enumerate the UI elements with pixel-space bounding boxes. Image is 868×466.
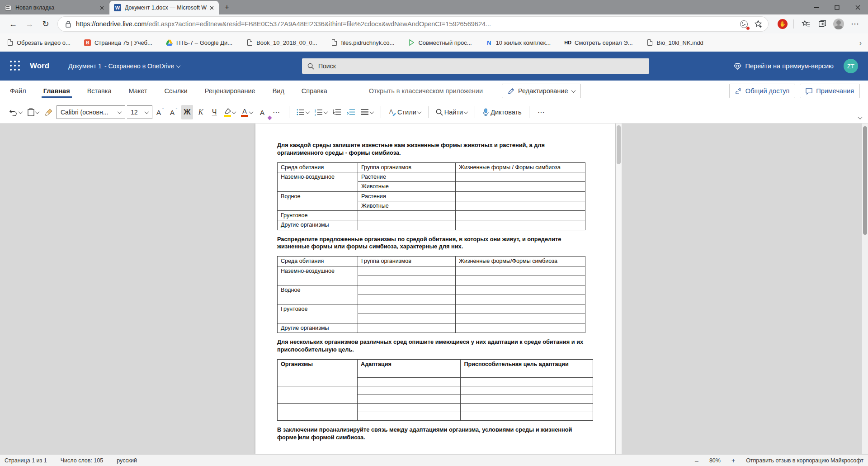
tab-file[interactable]: Файл <box>8 82 28 100</box>
bookmark-item[interactable]: B Страница 75 | Учеб... <box>84 39 152 46</box>
share-button[interactable]: Общий доступ <box>729 84 795 98</box>
decrease-indent-button[interactable] <box>331 105 343 119</box>
bookmark-item[interactable]: Bio_10kl_NK.indd <box>646 39 703 46</box>
tab-layout[interactable]: Макет <box>127 82 149 100</box>
font-name-select[interactable]: Calibri (основн... <box>57 105 125 119</box>
tab-review[interactable]: Рецензирование <box>203 82 257 100</box>
adaptation-table[interactable]: Организмы Адаптация Приспособительная це… <box>277 359 593 421</box>
table-cell[interactable] <box>461 369 593 377</box>
collections-icon[interactable] <box>816 17 829 31</box>
bookmark-item[interactable]: Book_10_2018_00_0... <box>246 39 317 46</box>
zoom-out-button[interactable]: – <box>693 457 700 464</box>
adblock-extension-icon[interactable]: ✋ <box>777 19 788 29</box>
document-scrollbar[interactable] <box>616 124 622 454</box>
table-cell[interactable] <box>456 172 585 182</box>
table-cell[interactable] <box>358 412 461 420</box>
increase-indent-button[interactable] <box>345 105 357 119</box>
premium-upgrade-link[interactable]: Перейти на премиум-версию <box>734 62 834 70</box>
table-header-cell[interactable]: Группа организмов <box>358 257 456 266</box>
table-cell[interactable] <box>358 220 456 230</box>
minimize-button[interactable] <box>806 0 826 14</box>
doc-paragraph-1[interactable]: Для каждой среды запишите известные вам … <box>277 142 589 157</box>
add-favorite-star-icon[interactable] <box>753 19 764 29</box>
table-cell[interactable]: Растение <box>358 172 456 182</box>
table-cell[interactable]: Животные <box>358 182 456 191</box>
tab-new-tab[interactable]: Новая вкладка <box>0 1 109 14</box>
tab-close-icon[interactable] <box>208 4 215 11</box>
table-cell[interactable] <box>358 377 461 386</box>
doc-paragraph-3[interactable]: Для нескольких организмов различных сред… <box>277 338 589 354</box>
feedback-link[interactable]: Отправить отзыв в корпорацию Майкрософт <box>746 457 863 464</box>
table-header-cell[interactable]: Среда обитания <box>278 162 358 172</box>
table-cell[interactable] <box>456 266 585 276</box>
table-cell[interactable] <box>358 285 456 295</box>
profile-avatar-icon[interactable] <box>832 17 845 31</box>
cookie-blocked-icon[interactable] <box>738 19 749 29</box>
table-cell[interactable]: Наземно-воздушное <box>278 266 358 285</box>
reload-icon[interactable]: ↻ <box>39 17 52 31</box>
tab-home[interactable]: Главная <box>42 82 72 100</box>
table-cell[interactable]: Грунтовое <box>278 211 358 220</box>
font-size-select[interactable]: 12 <box>127 105 152 119</box>
underline-button[interactable]: Ч <box>208 105 220 119</box>
account-avatar[interactable]: ZT <box>844 59 858 73</box>
table-cell[interactable] <box>358 369 461 377</box>
table-cell[interactable] <box>358 395 461 403</box>
table-cell[interactable] <box>358 295 456 304</box>
table-cell[interactable] <box>456 295 585 304</box>
table-cell[interactable] <box>456 211 585 220</box>
tab-references[interactable]: Ссылки <box>163 82 189 100</box>
bookmark-item[interactable]: N 10 жилых комплек... <box>486 39 551 46</box>
comments-button[interactable]: Примечания <box>800 84 860 98</box>
address-bar[interactable]: https://onedrive.live.com/edit.aspx?acti… <box>58 17 768 31</box>
doc-paragraph-2[interactable]: Распределите предложенные организмы по с… <box>277 236 589 251</box>
table-cell[interactable] <box>358 276 456 285</box>
table-cell[interactable]: Другие организмы <box>278 220 358 230</box>
table-cell[interactable] <box>358 211 456 220</box>
table-cell[interactable] <box>456 191 585 201</box>
table-header-cell[interactable]: Группа организмов <box>358 162 456 172</box>
tab-word-document[interactable]: W Документ 1.docx — Microsoft W <box>109 1 219 14</box>
table-cell[interactable]: Животные <box>358 201 456 210</box>
styles-button[interactable]: A Стили <box>387 105 423 119</box>
tab-insert[interactable]: Вставка <box>85 82 113 100</box>
table-cell[interactable] <box>456 323 585 333</box>
table-cell[interactable]: Водное <box>278 285 358 304</box>
page-count[interactable]: Страница 1 из 1 <box>5 457 47 464</box>
scrollbar-thumb[interactable] <box>617 125 621 164</box>
collapse-ribbon-icon[interactable] <box>859 113 862 121</box>
tab-view[interactable]: Вид <box>271 82 286 100</box>
table-header-cell[interactable]: Жизненные формы/Формы симбиоза <box>456 257 585 266</box>
table-cell[interactable] <box>461 377 593 386</box>
table-cell[interactable] <box>461 412 593 420</box>
document-page[interactable]: Для каждой среды запишите известные вам … <box>255 124 615 454</box>
window-scrollbar[interactable] <box>862 124 868 454</box>
zoom-level[interactable]: 80% <box>709 457 721 464</box>
table-cell[interactable]: Грунтовое <box>278 304 358 323</box>
table-cell[interactable]: Растения <box>358 191 456 201</box>
close-button[interactable] <box>847 0 868 14</box>
table-cell[interactable] <box>456 304 585 314</box>
numbered-list-button[interactable]: 123 <box>313 105 329 119</box>
open-in-desktop-link[interactable]: Открыть в классическом приложении <box>369 87 483 95</box>
zoom-in-button[interactable]: + <box>730 457 737 464</box>
word-logo[interactable]: Word <box>30 62 49 71</box>
table-cell[interactable] <box>358 314 456 323</box>
habitat-table-2[interactable]: Среда обитания Группа организмов Жизненн… <box>277 256 585 333</box>
table-header-cell[interactable]: Среда обитания <box>278 257 358 266</box>
italic-button[interactable]: К <box>195 105 207 119</box>
table-header-cell[interactable]: Организмы <box>278 359 358 369</box>
table-cell[interactable] <box>358 403 461 412</box>
table-cell[interactable] <box>461 403 593 412</box>
editing-mode-button[interactable]: Редактирование <box>502 84 580 98</box>
shrink-font-button[interactable]: Аˇ <box>168 105 179 119</box>
language-indicator[interactable]: русский <box>117 457 137 464</box>
bookmark-item[interactable]: ПТБ-7 – Google Ди... <box>166 39 232 46</box>
alignment-button[interactable] <box>359 105 375 119</box>
table-cell[interactable] <box>358 266 456 276</box>
font-color-button[interactable]: А <box>239 105 255 119</box>
habitat-table-1[interactable]: Среда обитания Группа организмов Жизненн… <box>277 162 585 230</box>
table-cell[interactable] <box>456 285 585 295</box>
bookmark-item[interactable]: HD Смотреть сериал Э... <box>564 39 632 46</box>
table-cell[interactable] <box>278 386 358 403</box>
